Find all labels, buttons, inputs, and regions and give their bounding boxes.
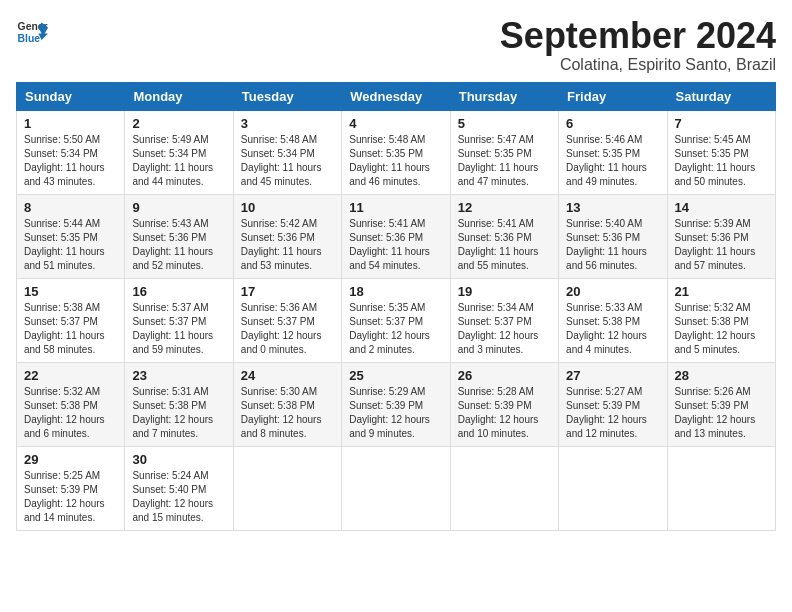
- day-number: 26: [458, 368, 551, 383]
- calendar-day-cell: 1 Sunrise: 5:50 AMSunset: 5:34 PMDayligh…: [17, 110, 125, 194]
- calendar-day-cell: 25 Sunrise: 5:29 AMSunset: 5:39 PMDaylig…: [342, 362, 450, 446]
- calendar-day-cell: 27 Sunrise: 5:27 AMSunset: 5:39 PMDaylig…: [559, 362, 667, 446]
- logo: General Blue: [16, 16, 48, 48]
- day-info: Sunrise: 5:48 AMSunset: 5:34 PMDaylight:…: [241, 134, 322, 187]
- weekday-header-thursday: Thursday: [450, 82, 558, 110]
- weekday-header-saturday: Saturday: [667, 82, 775, 110]
- day-number: 6: [566, 116, 659, 131]
- day-number: 20: [566, 284, 659, 299]
- day-info: Sunrise: 5:45 AMSunset: 5:35 PMDaylight:…: [675, 134, 756, 187]
- day-info: Sunrise: 5:33 AMSunset: 5:38 PMDaylight:…: [566, 302, 647, 355]
- day-info: Sunrise: 5:36 AMSunset: 5:37 PMDaylight:…: [241, 302, 322, 355]
- calendar-day-cell: 13 Sunrise: 5:40 AMSunset: 5:36 PMDaylig…: [559, 194, 667, 278]
- calendar-day-cell: 7 Sunrise: 5:45 AMSunset: 5:35 PMDayligh…: [667, 110, 775, 194]
- day-number: 21: [675, 284, 768, 299]
- weekday-header-sunday: Sunday: [17, 82, 125, 110]
- day-info: Sunrise: 5:43 AMSunset: 5:36 PMDaylight:…: [132, 218, 213, 271]
- weekday-header-tuesday: Tuesday: [233, 82, 341, 110]
- day-info: Sunrise: 5:44 AMSunset: 5:35 PMDaylight:…: [24, 218, 105, 271]
- day-info: Sunrise: 5:42 AMSunset: 5:36 PMDaylight:…: [241, 218, 322, 271]
- day-number: 25: [349, 368, 442, 383]
- calendar-day-cell: [233, 446, 341, 530]
- calendar-day-cell: 2 Sunrise: 5:49 AMSunset: 5:34 PMDayligh…: [125, 110, 233, 194]
- day-number: 5: [458, 116, 551, 131]
- weekday-header-monday: Monday: [125, 82, 233, 110]
- day-number: 15: [24, 284, 117, 299]
- day-info: Sunrise: 5:24 AMSunset: 5:40 PMDaylight:…: [132, 470, 213, 523]
- day-info: Sunrise: 5:41 AMSunset: 5:36 PMDaylight:…: [349, 218, 430, 271]
- calendar-day-cell: 9 Sunrise: 5:43 AMSunset: 5:36 PMDayligh…: [125, 194, 233, 278]
- day-info: Sunrise: 5:32 AMSunset: 5:38 PMDaylight:…: [675, 302, 756, 355]
- calendar-day-cell: 4 Sunrise: 5:48 AMSunset: 5:35 PMDayligh…: [342, 110, 450, 194]
- day-info: Sunrise: 5:39 AMSunset: 5:36 PMDaylight:…: [675, 218, 756, 271]
- calendar-day-cell: 30 Sunrise: 5:24 AMSunset: 5:40 PMDaylig…: [125, 446, 233, 530]
- calendar-day-cell: [559, 446, 667, 530]
- day-info: Sunrise: 5:29 AMSunset: 5:39 PMDaylight:…: [349, 386, 430, 439]
- calendar-day-cell: [667, 446, 775, 530]
- calendar-day-cell: 17 Sunrise: 5:36 AMSunset: 5:37 PMDaylig…: [233, 278, 341, 362]
- calendar-day-cell: 11 Sunrise: 5:41 AMSunset: 5:36 PMDaylig…: [342, 194, 450, 278]
- month-year-title: September 2024: [500, 16, 776, 56]
- calendar-week-row: 29 Sunrise: 5:25 AMSunset: 5:39 PMDaylig…: [17, 446, 776, 530]
- calendar-day-cell: 10 Sunrise: 5:42 AMSunset: 5:36 PMDaylig…: [233, 194, 341, 278]
- day-number: 17: [241, 284, 334, 299]
- calendar-day-cell: 6 Sunrise: 5:46 AMSunset: 5:35 PMDayligh…: [559, 110, 667, 194]
- calendar-day-cell: 14 Sunrise: 5:39 AMSunset: 5:36 PMDaylig…: [667, 194, 775, 278]
- weekday-header-row: SundayMondayTuesdayWednesdayThursdayFrid…: [17, 82, 776, 110]
- day-info: Sunrise: 5:32 AMSunset: 5:38 PMDaylight:…: [24, 386, 105, 439]
- calendar-day-cell: 12 Sunrise: 5:41 AMSunset: 5:36 PMDaylig…: [450, 194, 558, 278]
- day-number: 28: [675, 368, 768, 383]
- page-header: General Blue September 2024 Colatina, Es…: [16, 16, 776, 74]
- day-info: Sunrise: 5:48 AMSunset: 5:35 PMDaylight:…: [349, 134, 430, 187]
- day-info: Sunrise: 5:27 AMSunset: 5:39 PMDaylight:…: [566, 386, 647, 439]
- calendar-day-cell: 20 Sunrise: 5:33 AMSunset: 5:38 PMDaylig…: [559, 278, 667, 362]
- calendar-day-cell: 22 Sunrise: 5:32 AMSunset: 5:38 PMDaylig…: [17, 362, 125, 446]
- calendar-week-row: 15 Sunrise: 5:38 AMSunset: 5:37 PMDaylig…: [17, 278, 776, 362]
- calendar-day-cell: 5 Sunrise: 5:47 AMSunset: 5:35 PMDayligh…: [450, 110, 558, 194]
- day-info: Sunrise: 5:30 AMSunset: 5:38 PMDaylight:…: [241, 386, 322, 439]
- day-info: Sunrise: 5:31 AMSunset: 5:38 PMDaylight:…: [132, 386, 213, 439]
- logo-icon: General Blue: [16, 16, 48, 48]
- location-subtitle: Colatina, Espirito Santo, Brazil: [500, 56, 776, 74]
- calendar-day-cell: [342, 446, 450, 530]
- day-number: 29: [24, 452, 117, 467]
- day-number: 30: [132, 452, 225, 467]
- day-number: 16: [132, 284, 225, 299]
- calendar-week-row: 22 Sunrise: 5:32 AMSunset: 5:38 PMDaylig…: [17, 362, 776, 446]
- day-number: 3: [241, 116, 334, 131]
- title-area: September 2024 Colatina, Espirito Santo,…: [500, 16, 776, 74]
- day-number: 27: [566, 368, 659, 383]
- day-info: Sunrise: 5:35 AMSunset: 5:37 PMDaylight:…: [349, 302, 430, 355]
- day-number: 7: [675, 116, 768, 131]
- day-info: Sunrise: 5:37 AMSunset: 5:37 PMDaylight:…: [132, 302, 213, 355]
- day-info: Sunrise: 5:50 AMSunset: 5:34 PMDaylight:…: [24, 134, 105, 187]
- day-info: Sunrise: 5:40 AMSunset: 5:36 PMDaylight:…: [566, 218, 647, 271]
- svg-text:Blue: Blue: [18, 33, 41, 44]
- calendar-day-cell: [450, 446, 558, 530]
- day-number: 11: [349, 200, 442, 215]
- calendar-day-cell: 3 Sunrise: 5:48 AMSunset: 5:34 PMDayligh…: [233, 110, 341, 194]
- calendar-table: SundayMondayTuesdayWednesdayThursdayFrid…: [16, 82, 776, 531]
- day-number: 13: [566, 200, 659, 215]
- calendar-day-cell: 21 Sunrise: 5:32 AMSunset: 5:38 PMDaylig…: [667, 278, 775, 362]
- day-info: Sunrise: 5:28 AMSunset: 5:39 PMDaylight:…: [458, 386, 539, 439]
- day-number: 9: [132, 200, 225, 215]
- day-info: Sunrise: 5:46 AMSunset: 5:35 PMDaylight:…: [566, 134, 647, 187]
- day-number: 12: [458, 200, 551, 215]
- day-number: 23: [132, 368, 225, 383]
- calendar-day-cell: 24 Sunrise: 5:30 AMSunset: 5:38 PMDaylig…: [233, 362, 341, 446]
- day-info: Sunrise: 5:49 AMSunset: 5:34 PMDaylight:…: [132, 134, 213, 187]
- calendar-day-cell: 18 Sunrise: 5:35 AMSunset: 5:37 PMDaylig…: [342, 278, 450, 362]
- calendar-week-row: 8 Sunrise: 5:44 AMSunset: 5:35 PMDayligh…: [17, 194, 776, 278]
- calendar-day-cell: 26 Sunrise: 5:28 AMSunset: 5:39 PMDaylig…: [450, 362, 558, 446]
- day-number: 14: [675, 200, 768, 215]
- day-number: 1: [24, 116, 117, 131]
- calendar-day-cell: 23 Sunrise: 5:31 AMSunset: 5:38 PMDaylig…: [125, 362, 233, 446]
- day-number: 2: [132, 116, 225, 131]
- calendar-week-row: 1 Sunrise: 5:50 AMSunset: 5:34 PMDayligh…: [17, 110, 776, 194]
- calendar-day-cell: 15 Sunrise: 5:38 AMSunset: 5:37 PMDaylig…: [17, 278, 125, 362]
- day-number: 18: [349, 284, 442, 299]
- weekday-header-friday: Friday: [559, 82, 667, 110]
- day-number: 22: [24, 368, 117, 383]
- calendar-day-cell: 29 Sunrise: 5:25 AMSunset: 5:39 PMDaylig…: [17, 446, 125, 530]
